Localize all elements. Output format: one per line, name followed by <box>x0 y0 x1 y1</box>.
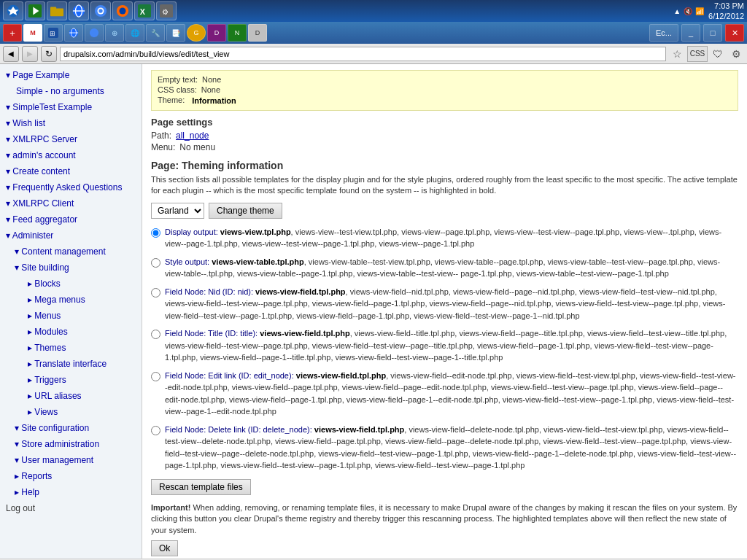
bookmark3[interactable]: 📑 <box>166 24 185 42</box>
new-tab-btn[interactable]: + <box>3 24 22 42</box>
start-button[interactable] <box>3 1 23 20</box>
folder-btn[interactable] <box>47 1 67 20</box>
svg-text:X: X <box>140 7 146 16</box>
sidebar-item-user-mgmt[interactable]: ▾ User management <box>0 452 142 468</box>
sidebar-item-site-config[interactable]: ▾ Site configuration <box>0 420 142 436</box>
sidebar-item-admins-account[interactable]: ▾ admin's account <box>0 147 142 163</box>
template-radio-display[interactable] <box>151 228 160 238</box>
tools-btn[interactable]: ⚙ <box>156 1 177 20</box>
gmail-icon[interactable]: M <box>23 24 42 42</box>
template-entry-nid: Field Node: Nid (ID: nid): views-view-fi… <box>151 286 738 322</box>
template-entry-style: Style output: views-view-table.tpl.php, … <box>151 256 738 280</box>
page-settings-title: Page settings <box>151 117 738 128</box>
ie-icon2[interactable] <box>64 24 83 42</box>
sidebar-item-store-admin[interactable]: ▾ Store administration <box>0 436 142 452</box>
template-text-delete-node: Field Node: Delete link (ID: delete_node… <box>165 424 738 472</box>
bookmark1[interactable]: ⊞ <box>44 24 63 42</box>
sidebar-item-simple-no-args[interactable]: Simple - no arguments <box>0 83 142 99</box>
bookmark2[interactable]: ⊕ <box>105 24 124 42</box>
sidebar-item-site-building[interactable]: ▾ Site building <box>0 260 142 276</box>
theme-select[interactable]: Garland <box>151 203 204 219</box>
ie-btn[interactable] <box>69 1 89 20</box>
sidebar-item-page-example[interactable]: ▾ Page Example <box>0 67 142 83</box>
sidebar-item-help[interactable]: ▸ Help <box>0 484 142 500</box>
template-entry-edit-node: Field Node: Edit link (ID: edit_node): v… <box>151 370 738 418</box>
template-text-title: Field Node: Title (ID: title): views-vie… <box>165 327 738 364</box>
net-icon[interactable]: 🌐 <box>125 24 144 42</box>
chrome-btn[interactable] <box>90 1 111 20</box>
template-radio-style[interactable] <box>151 258 160 268</box>
close-btn[interactable]: ✕ <box>725 24 744 42</box>
bookmark7[interactable]: D <box>248 24 267 42</box>
back-btn[interactable]: ◀ <box>3 46 19 62</box>
settings-icon[interactable]: ⚙ <box>728 46 744 62</box>
minimize-btn[interactable]: _ <box>681 24 700 42</box>
svg-rect-4 <box>50 7 56 10</box>
sidebar-item-reports[interactable]: ▸ Reports <box>0 468 142 484</box>
svg-point-24 <box>93 31 96 34</box>
sidebar-item-mega-menus[interactable]: ▸ Mega menus <box>0 292 142 308</box>
sidebar-item-simpletest[interactable]: ▾ SimpleTest Example <box>0 99 142 115</box>
theme-row: Theme: Information <box>158 96 732 106</box>
css-icon[interactable]: CSS <box>687 46 708 62</box>
sidebar-item-administer[interactable]: ▾ Administer <box>0 228 142 244</box>
path-row: Path: all_node <box>151 131 738 141</box>
template-radio-edit-node[interactable] <box>151 372 160 381</box>
firefox-btn[interactable] <box>112 1 133 20</box>
sidebar-item-xmlrpc-server[interactable]: ▾ XMLRPC Server <box>0 131 142 147</box>
bookmark5[interactable]: D <box>207 24 226 42</box>
sidebar-item-menus[interactable]: ▸ Menus <box>0 308 142 324</box>
sidebar-item-modules[interactable]: ▸ Modules <box>0 324 142 340</box>
svg-point-12 <box>120 8 126 15</box>
sidebar-item-triggers[interactable]: ▸ Triggers <box>0 372 142 388</box>
sidebar-item-frequently-asked[interactable]: ▾ Frequently Asked Questions <box>0 179 142 195</box>
excel-btn[interactable]: X <box>134 1 155 20</box>
template-entry-delete-node: Field Node: Delete link (ID: delete_node… <box>151 424 738 472</box>
bookmark6[interactable]: N <box>228 24 247 42</box>
css-class-row: CSS class: None <box>158 85 732 94</box>
template-text-edit-node: Field Node: Edit link (ID: edit_node): v… <box>165 370 738 418</box>
theme-controls: Garland Change theme <box>151 203 738 219</box>
sidebar-item-feed-aggregator[interactable]: ▾ Feed aggregator <box>0 211 142 228</box>
ok-btn[interactable]: Ok <box>151 540 178 556</box>
taskbar-second: + M ⊞ ⊕ 🌐 🔧 📑 G D N D Ec... _ □ ✕ <box>0 22 747 44</box>
sidebar-item-content-management[interactable]: ▾ Content management <box>0 244 142 260</box>
rescan-btn[interactable]: Rescan template files <box>151 479 251 495</box>
template-entry-title: Field Node: Title (ID: title): views-vie… <box>151 327 738 364</box>
star-btn[interactable]: ☆ <box>669 46 685 62</box>
refresh-btn[interactable]: ↻ <box>41 46 57 62</box>
restore-btn[interactable]: □ <box>703 24 722 42</box>
svg-text:⚙: ⚙ <box>162 8 169 16</box>
sidebar-item-logout[interactable]: Log out <box>0 500 142 516</box>
sidebar-item-create-content[interactable]: ▾ Create content <box>0 163 142 179</box>
chrome-icon2[interactable] <box>85 24 104 42</box>
current-tab[interactable]: Ec... <box>649 24 678 42</box>
addr-icons: ☆ CSS 🛡 ⚙ <box>669 46 744 62</box>
sidebar: ▾ Page Example Simple - no arguments ▾ S… <box>0 64 142 559</box>
template-radio-delete-node[interactable] <box>151 426 160 435</box>
template-radio-title[interactable] <box>151 330 160 339</box>
sidebar-item-translate[interactable]: ▸ Translate interface <box>0 356 142 372</box>
sidebar-item-themes[interactable]: ▸ Themes <box>0 340 142 356</box>
sidebar-item-blocks[interactable]: ▸ Blocks <box>0 276 142 292</box>
sidebar-item-wish-list[interactable]: ▾ Wish list <box>0 115 142 131</box>
template-text-style: Style output: views-view-table.tpl.php, … <box>165 256 738 280</box>
taskbar-right: ▲🔇📶 7:03 PM 6/12/2012 <box>673 1 744 22</box>
sidebar-item-views[interactable]: ▸ Views <box>0 404 142 420</box>
tool-icon2[interactable]: 🔧 <box>146 24 165 42</box>
shield-icon[interactable]: 🛡 <box>710 46 726 62</box>
clock: 7:03 PM 6/12/2012 <box>708 1 744 22</box>
url-input[interactable] <box>60 47 666 61</box>
forward-btn[interactable]: ▶ <box>22 46 38 62</box>
address-bar: ◀ ▶ ↻ ☆ CSS 🛡 ⚙ <box>0 44 747 64</box>
section-desc: This section lists all possible template… <box>151 174 738 197</box>
sidebar-item-url-aliases[interactable]: ▸ URL aliases <box>0 388 142 404</box>
media-player-btn[interactable] <box>25 1 45 20</box>
bookmark4[interactable]: G <box>187 24 206 42</box>
template-radio-nid[interactable] <box>151 288 160 298</box>
template-text-display: Display output: views-view.tpl.php, view… <box>165 226 738 250</box>
sidebar-item-xmlrpc-client[interactable]: ▾ XMLRPC Client <box>0 195 142 211</box>
main-area: ▾ Page Example Simple - no arguments ▾ S… <box>0 64 747 559</box>
change-theme-btn[interactable]: Change theme <box>209 203 282 219</box>
menu-row: Menu: No menu <box>151 142 738 152</box>
